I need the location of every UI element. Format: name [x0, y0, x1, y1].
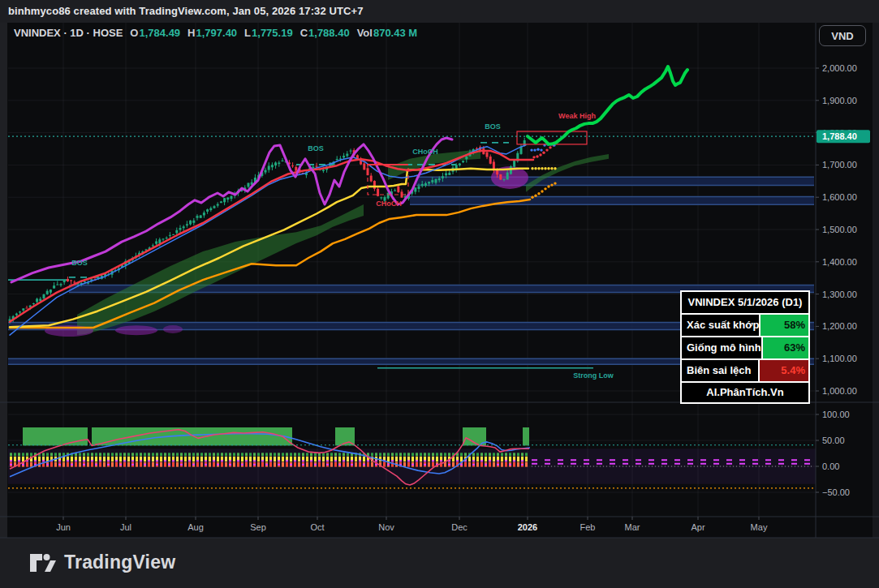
- low-value: 1,775.19: [252, 27, 293, 39]
- table-row: Biên sai lệch 5.4%: [682, 360, 808, 383]
- pattern-similarity-label: Giống mô hình: [682, 337, 763, 358]
- tradingview-logo[interactable]: TradingView: [29, 552, 175, 573]
- symbol-header[interactable]: VNINDEX · 1D · HOSEO1,784.49H1,797.40L1,…: [14, 27, 417, 39]
- match-probability-value: 58%: [761, 315, 808, 336]
- close-label: C: [300, 27, 308, 39]
- tradingview-logo-text: TradingView: [64, 552, 175, 573]
- chart-canvas[interactable]: [0, 23, 879, 538]
- volume-value: 870.43 M: [373, 27, 417, 39]
- symbol-title: VNINDEX · 1D · HOSE: [14, 27, 123, 39]
- currency-toggle-button[interactable]: VND: [819, 25, 866, 46]
- tradingview-window: binhmyco86 created with TradingView.com,…: [0, 0, 879, 588]
- match-probability-label: Xác suất khớp: [682, 315, 761, 336]
- open-value: 1,784.49: [139, 27, 180, 39]
- deviation-margin-label: Biên sai lệch: [682, 360, 760, 381]
- right-margin-strip: [873, 23, 879, 538]
- left-margin-strip: [0, 23, 7, 538]
- open-label: O: [130, 27, 138, 39]
- top-bar: binhmyco86 created with TradingView.com,…: [0, 0, 879, 23]
- forecast-table-header: VNINDEX 5/1/2026 (D1): [682, 292, 808, 315]
- volume-label: Vol: [357, 27, 373, 39]
- table-row: Xác suất khớp 58%: [682, 315, 808, 337]
- high-value: 1,797.40: [196, 27, 237, 39]
- tradingview-logo-icon: [29, 552, 57, 573]
- high-label: H: [187, 27, 195, 39]
- deviation-margin-value: 5.4%: [760, 360, 808, 381]
- low-label: L: [244, 27, 251, 39]
- attribution-text: binhmyco86 created with TradingView.com,…: [8, 5, 363, 17]
- table-row: Giống mô hình 63%: [682, 337, 808, 360]
- table-footer-brand: AI.PhânTích.Vn: [682, 383, 808, 402]
- close-value: 1,788.40: [308, 27, 350, 39]
- pattern-similarity-value: 63%: [763, 337, 808, 358]
- ai-forecast-table: VNINDEX 5/1/2026 (D1) Xác suất khớp 58% …: [680, 290, 810, 404]
